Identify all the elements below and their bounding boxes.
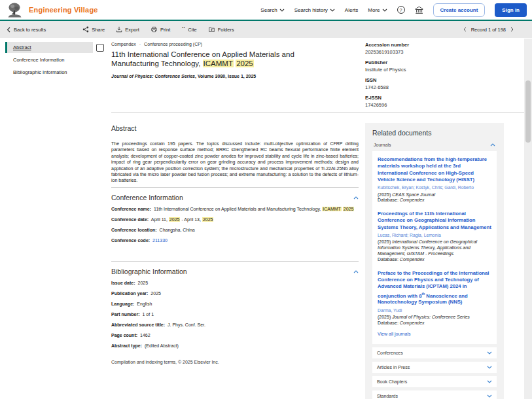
abstract-heading: Abstract <box>111 124 359 132</box>
chevron-down-icon <box>487 380 492 383</box>
view-all-journals-link[interactable]: View all journals <box>378 332 410 336</box>
related-document-source: (2025) International Conference on Geogr… <box>378 239 491 256</box>
sidebar-item-abstract[interactable]: Abstract <box>5 42 93 53</box>
record-metadata: Accession number 20253619103373 Publishe… <box>365 42 504 113</box>
related-document-title-link[interactable]: Recommendations from the high-temperatur… <box>378 156 491 183</box>
folders-button[interactable]: Folders <box>208 26 234 33</box>
engineering-village-record-page: Engineering Village Search Search histor… <box>0 0 532 399</box>
sidebar-item-conference-information[interactable]: Conference Information <box>5 54 93 65</box>
part-number-row: Part number: 1 of 1 <box>111 311 359 317</box>
export-button[interactable]: Export <box>116 26 139 33</box>
publisher-group: Publisher Institute of Physics <box>365 60 504 73</box>
issn-link[interactable]: 1742-6588 <box>365 84 504 90</box>
accordion-articles-in-press[interactable]: Articles in Press <box>372 362 497 373</box>
journals-accordion-header[interactable]: Journals <box>372 143 497 147</box>
eissn-group: E-ISSN 17426596 <box>365 95 504 108</box>
publication-year-row: Publication year: 2025 <box>111 290 359 296</box>
collapse-section-icon[interactable] <box>353 196 359 200</box>
conference-information-section: Conference Information Conference name: … <box>111 194 359 243</box>
share-label: Share <box>92 27 105 33</box>
print-icon <box>151 26 158 33</box>
related-document-source: (2025) Journal of Physics: Conference Se… <box>378 315 491 321</box>
related-document-authors[interactable]: Darma, Yudi <box>378 308 491 313</box>
accordion-conferences[interactable]: Conferences <box>372 347 497 358</box>
record-title: 11th International Conference on Applied… <box>111 50 315 68</box>
sidebar-item-bibliographic-information[interactable]: Bibliographic Information <box>5 67 93 78</box>
brand-title[interactable]: Engineering Village <box>29 6 98 14</box>
page-scrollbar-thumb[interactable] <box>525 80 531 143</box>
conference-code-row: Conference code: 211330 <box>111 237 359 243</box>
print-button[interactable]: Print <box>151 26 170 33</box>
highlight-2025: 2025 <box>202 217 214 222</box>
nav-search-history[interactable]: Search history <box>294 7 335 13</box>
chevron-down-icon <box>487 394 492 398</box>
conference-section-header: Conference Information <box>111 194 359 201</box>
page-count-row: Page count: 1462 <box>111 332 359 338</box>
accordion-book-chapters[interactable]: Book Chapters <box>372 376 497 387</box>
section-divider <box>111 261 359 262</box>
related-document-title-link[interactable]: Proceedings of the 11th International Co… <box>378 211 491 231</box>
record-main: Compendex · Conference proceeding (CP) 1… <box>111 42 359 399</box>
create-account-button[interactable]: Create account <box>433 3 486 17</box>
nav-search-label: Search <box>260 7 277 13</box>
eissn-label: E-ISSN <box>365 95 504 101</box>
journals-label: Journals <box>374 143 391 147</box>
eyebrow-separator: · <box>139 42 141 46</box>
journals-document-list: Recommendations from the high-temperatur… <box>372 151 497 344</box>
highlight-icammt: ICAMMT <box>203 60 234 67</box>
header-divider <box>111 113 527 113</box>
collapse-section-icon[interactable] <box>353 270 359 273</box>
nav-more[interactable]: More <box>368 7 387 13</box>
back-to-results-label: Back to results <box>14 27 46 33</box>
abstract-type-row: Abstract type: (Edited Abstract) <box>111 343 359 349</box>
next-record-icon[interactable] <box>510 27 514 32</box>
record-pagination: Record 1 of 198 <box>463 27 514 33</box>
share-icon <box>82 26 89 33</box>
related-document-authors[interactable]: Lucas, Richard; Ragia, Lemonia <box>378 233 491 238</box>
issn-group: ISSN 1742-6588 <box>365 77 504 90</box>
related-document-title-link[interactable]: Preface to the Proceedings of the Intern… <box>378 270 491 306</box>
accession-number-value: 20253619103373 <box>365 49 504 55</box>
document-type-label: Conference proceeding (CP) <box>144 42 202 46</box>
chevron-down-icon <box>279 9 285 12</box>
institution-icon[interactable] <box>415 6 423 14</box>
bibliographic-information-section: Bibliographic Information Issue date: 20… <box>111 268 359 349</box>
related-document: Recommendations from the high-temperatur… <box>378 156 491 203</box>
record-toolbar: Back to results Share <box>0 20 532 38</box>
back-to-results-button[interactable]: Back to results <box>7 27 46 33</box>
sign-in-button[interactable]: Sign in <box>495 3 527 17</box>
folder-plus-icon <box>208 26 215 33</box>
chevron-down-icon <box>487 366 492 369</box>
conference-name-row: Conference name: 11th International Conf… <box>111 206 359 212</box>
page-scrollbar-track[interactable] <box>524 39 532 399</box>
help-icon[interactable]: ? <box>397 6 405 14</box>
accordion-standards[interactable]: Standards <box>372 390 497 399</box>
elsevier-tree-logo-icon[interactable] <box>7 2 23 18</box>
record-section-nav: Abstract Conference Information Bibliogr… <box>5 42 93 79</box>
nav-alerts-label: Alerts <box>345 7 358 13</box>
conference-code-link[interactable]: 211330 <box>152 238 168 243</box>
section-divider <box>111 187 359 188</box>
select-record-checkbox[interactable] <box>96 44 104 52</box>
eissn-link[interactable]: 17426596 <box>365 102 504 108</box>
related-document-source: (2025) CEAS Space Journal <box>378 192 491 198</box>
header-nav: Search Search history Alerts More <box>260 3 527 17</box>
previous-record-icon[interactable] <box>463 27 467 32</box>
copyright-note: Compilation and indexing terms, © 2025 E… <box>111 360 219 364</box>
nav-search[interactable]: Search <box>260 7 284 13</box>
nav-alerts[interactable]: Alerts <box>345 7 358 13</box>
highlight-2025: 2025 <box>169 217 181 222</box>
cite-button[interactable]: ” Cite <box>181 26 196 33</box>
chevron-down-icon <box>330 9 335 12</box>
share-button[interactable]: Share <box>82 26 105 33</box>
chevron-down-icon <box>382 9 387 12</box>
related-document-database: Database: Compendex <box>378 257 491 263</box>
accession-number-group: Accession number 20253619103373 <box>365 42 504 55</box>
chevron-down-icon <box>487 351 492 355</box>
related-document-authors[interactable]: Kubitschek, Bryan; Kostyk, Chris; Gardi,… <box>378 185 491 190</box>
top-header: Engineering Village Search Search histor… <box>0 0 532 20</box>
folders-label: Folders <box>218 27 234 33</box>
abbreviated-source-title-row: Abbreviated source title: J. Phys. Conf.… <box>111 322 359 328</box>
related-document-database: Database: Compendex <box>378 321 491 326</box>
nav-search-history-label: Search history <box>294 7 328 13</box>
